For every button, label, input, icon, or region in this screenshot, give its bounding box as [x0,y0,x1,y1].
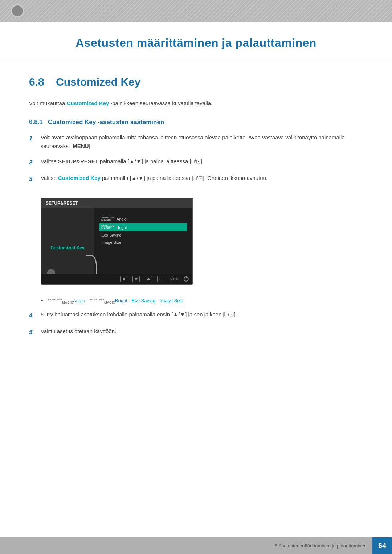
step-3-number: 3 [29,174,41,184]
triangle-up-icon [147,278,150,280]
bullet-list-item: • SAMSUNGMAGICAngle - SAMSUNGMAGICBright… [41,297,363,305]
header-circle-icon [11,4,24,17]
page-number-box: 64 [372,537,392,554]
bullet-dot: • [41,297,43,305]
eco-saving-label: Eco Saving [131,298,155,303]
step-2: 2 Valitse SETUP&RESET painamalla [▲/▼] j… [29,157,363,167]
step-1-number: 1 [29,133,41,143]
intro-text-before: Voit mukauttaa [29,100,66,106]
page-footer: 6 Asetusten määrittäminen ja palauttamin… [0,537,392,554]
screen-image: SETUP&RESET Customized Key SAMSUNG MAGI [41,198,193,285]
step-1: 1 Voit avata avainoppaan painamalla mitä… [29,133,363,151]
samsung-brand-1: SAMSUNG [47,298,62,301]
screen-power-icon [184,276,189,282]
triangle-left-icon [122,277,125,281]
screen-customized-key-label: Customized Key [50,245,84,250]
bullet-content: SAMSUNGMAGICAngle - SAMSUNGMAGICBright -… [47,297,183,305]
bright-label: Bright [115,298,127,303]
steps-list-continued: 4 Siirry haluamasi asetuksen kohdalle pa… [29,310,363,337]
page-title: Asetusten määrittäminen ja palauttaminen [22,36,370,50]
screen-menu-eco: Eco Saving [99,232,187,238]
step-5-content: Valittu asetus otetaan käyttöön. [41,327,363,336]
section-heading: 6.8 Customized Key [29,76,363,88]
footer-text: 6 Asetusten määrittäminen ja palauttamin… [275,543,372,549]
separator-1: - [86,298,89,303]
step-2-number: 2 [29,157,41,167]
steps-list: 1 Voit avata avainoppaan painamalla mitä… [29,133,363,184]
step-3: 3 Valitse Customized Key painamalla [▲/▼… [29,174,363,184]
main-content: 6.8 Customized Key Voit mukauttaa Custom… [0,76,392,365]
step-5-number: 5 [29,327,41,337]
intro-highlight: Customized Key [66,100,109,106]
step-2-content: Valitse SETUP&RESET painamalla [▲/▼] ja … [41,157,363,166]
header-bar [0,0,392,22]
intro-paragraph: Voit mukauttaa Customized Key -painikkee… [29,99,363,108]
magic-brand-1: MAGIC [62,301,73,304]
screen-bottom-bar: ⊡ AUTO [41,274,192,284]
screen-btn-down [132,276,140,282]
section-number: 6.8 [29,76,44,88]
angle-label: Angle [73,298,85,303]
magic-brand-2: MAGIC [104,301,115,304]
triangle-down-icon [134,278,138,280]
screen-menu-angle: SAMSUNG MAGIC Angle [99,215,187,223]
subsection-title: Customized Key -asetusten säätäminen [48,119,164,126]
screen-auto-label: AUTO [170,277,179,281]
image-size-label: Image Size [160,298,183,303]
step-4: 4 Siirry haluamasi asetuksen kohdalle pa… [29,310,363,320]
step-4-number: 4 [29,310,41,320]
separator-3: - [157,298,160,303]
intro-text-after: -painikkeen seuraavassa kuvatulla tavall… [109,100,212,106]
section-title: Customized Key [56,76,140,88]
screen-left-panel: Customized Key [41,208,94,284]
step-5: 5 Valittu asetus otetaan käyttöön. [29,327,363,337]
screen-menu-imgsize: Image Size [99,239,187,246]
screen-btn-left [120,276,127,282]
screen-menu-bar-label: SETUP&RESET [46,201,78,206]
page-title-section: Asetusten määrittäminen ja palauttaminen [0,22,392,61]
monitor-screen: SETUP&RESET Customized Key SAMSUNG MAGI [41,198,193,285]
screen-btn-enter: ⊡ [157,276,164,282]
step-3-content: Valitse Customized Key painamalla [▲/▼] … [41,174,363,182]
subsection-number: 6.8.1 [29,119,43,126]
samsung-brand-2: SAMSUNG [89,298,104,301]
screen-btn-up [145,276,152,282]
subsection-heading: 6.8.1 Customized Key -asetusten säätämin… [29,119,363,126]
step-4-content: Siirry haluamasi asetuksen kohdalle pain… [41,310,363,319]
screen-menu-bar: SETUP&RESET [41,198,192,208]
step-1-content: Voit avata avainoppaan painamalla mitä t… [41,133,363,151]
screen-menu-bright: SAMSUNG MAGIC Bright [99,223,187,231]
screen-right-panel: SAMSUNG MAGIC Angle SAMSUNG MAGIC Bright [94,208,192,284]
page-number: 64 [378,542,386,550]
screen-body: Customized Key SAMSUNG MAGIC Angle [41,208,192,284]
